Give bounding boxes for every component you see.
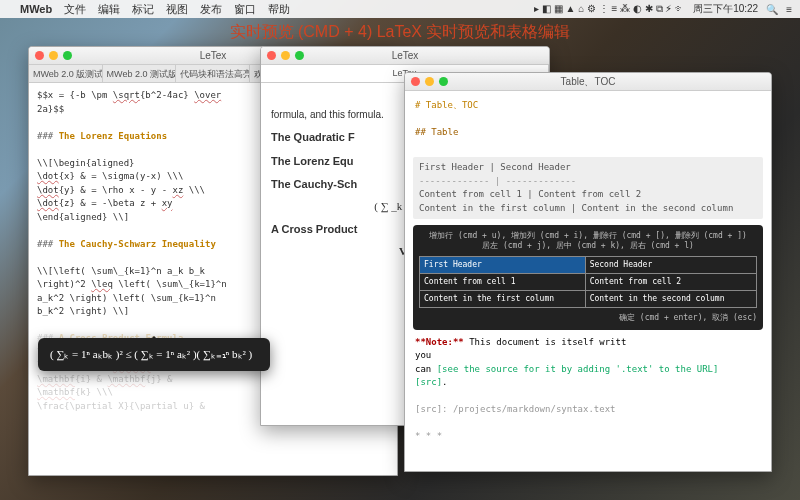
app-name[interactable]: MWeb xyxy=(20,3,52,15)
menu-extra-icon[interactable]: ≡ xyxy=(786,4,792,15)
formula-rendered: ( ∑ₖ = 1ⁿ aₖbₖ )² ≤ ( ∑ₖ = 1ⁿ aₖ² )( ∑ₖ₌… xyxy=(50,348,252,360)
clock[interactable]: 周三下午10:22 xyxy=(693,2,758,16)
table-help: 增加行 (cmd + u), 增加列 (cmd + i), 删除行 (cmd +… xyxy=(419,231,757,252)
tab[interactable]: 代码块和语法高亮预览 xyxy=(176,65,250,82)
menu-view[interactable]: 视图 xyxy=(166,2,188,17)
text: you xyxy=(415,349,761,363)
close-icon[interactable] xyxy=(411,77,420,86)
cell[interactable]: Content in the first column xyxy=(420,290,586,307)
menu-publish[interactable]: 发布 xyxy=(200,2,222,17)
window-title: Table、TOC xyxy=(561,75,616,89)
menu-file[interactable]: 文件 xyxy=(64,2,86,17)
hr: * * * xyxy=(415,430,761,444)
titlebar-preview[interactable]: LeTex xyxy=(261,47,549,65)
window-title: LeTex xyxy=(200,50,227,61)
h1: Table、TOC xyxy=(426,100,478,110)
zoom-icon[interactable] xyxy=(295,51,304,60)
cell-selected[interactable]: First Header xyxy=(420,256,586,273)
table-edit-popup: 增加行 (cmd + u), 增加列 (cmd + i), 删除行 (cmd +… xyxy=(413,225,763,330)
markdown-table-source: First Header | Second Header -----------… xyxy=(413,157,763,219)
zoom-icon[interactable] xyxy=(63,51,72,60)
text: can [see the source for it by adding '.t… xyxy=(415,363,761,377)
note-line: **Note:** This document is itself writt xyxy=(415,336,761,350)
menu-window[interactable]: 窗口 xyxy=(234,2,256,17)
close-icon[interactable] xyxy=(267,51,276,60)
status-icons[interactable]: ▸ ◧ ▦ ▲ ⌂ ⚙ ⋮ ≡ ⁂ ◐ ✱ ⧉ ⚡︎ ᯤ xyxy=(534,3,685,15)
minimize-icon[interactable] xyxy=(49,51,58,60)
table-editor[interactable]: First HeaderSecond Header Content from c… xyxy=(419,256,757,308)
table-body[interactable]: # Table、TOC ## Table First Header | Seco… xyxy=(405,91,771,471)
menu-help[interactable]: 帮助 xyxy=(268,2,290,17)
menu-edit[interactable]: 编辑 xyxy=(98,2,120,17)
window-table: Table、TOC # Table、TOC ## Table First Hea… xyxy=(404,72,772,472)
zoom-icon[interactable] xyxy=(439,77,448,86)
formula-tooltip: ( ∑ₖ = 1ⁿ aₖbₖ )² ≤ ( ∑ₖ = 1ⁿ aₖ² )( ∑ₖ₌… xyxy=(38,338,270,371)
titlebar-table[interactable]: Table、TOC xyxy=(405,73,771,91)
h2: Table xyxy=(431,127,458,137)
minimize-icon[interactable] xyxy=(281,51,290,60)
ref: [src]: /projects/markdown/syntax.text xyxy=(415,403,761,417)
link[interactable]: [see the source for it by adding '.text'… xyxy=(437,364,719,374)
cell[interactable]: Content from cell 2 xyxy=(585,273,756,290)
close-icon[interactable] xyxy=(35,51,44,60)
headline: 实时预览 (CMD + 4) LaTeX 实时预览和表格编辑 xyxy=(0,22,800,43)
search-icon[interactable]: 🔍 xyxy=(766,4,778,15)
window-title: LeTex xyxy=(392,50,419,61)
cell[interactable]: Content in the second column xyxy=(585,290,756,307)
tab[interactable]: MWeb 2.0 测试版更新汇总 xyxy=(103,65,177,82)
minimize-icon[interactable] xyxy=(425,77,434,86)
text: [src]. xyxy=(415,376,761,390)
cell[interactable]: Content from cell 1 xyxy=(420,273,586,290)
menubar: MWeb 文件 编辑 标记 视图 发布 窗口 帮助 ▸ ◧ ▦ ▲ ⌂ ⚙ ⋮ … xyxy=(0,0,800,18)
menu-mark[interactable]: 标记 xyxy=(132,2,154,17)
cell[interactable]: Second Header xyxy=(585,256,756,273)
table-help-footer: 确定 (cmd + enter), 取消 (esc) xyxy=(419,312,757,324)
tab[interactable]: MWeb 2.0 版测试 Bug 及… xyxy=(29,65,103,82)
